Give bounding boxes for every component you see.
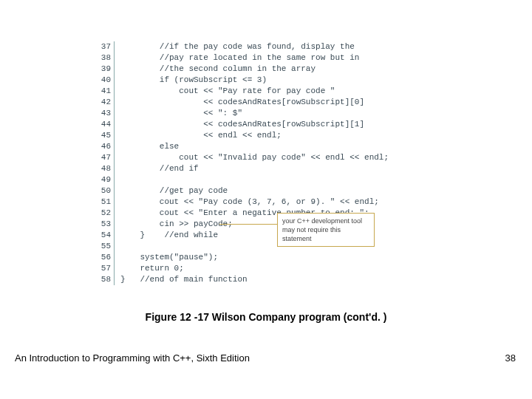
code-line: 48 //end if [95, 163, 389, 174]
line-number: 56 [95, 252, 115, 263]
code-line: 58} //end of main function [95, 274, 389, 285]
code-text: } //end of main function [120, 274, 248, 285]
line-number: 47 [95, 152, 115, 163]
code-text: << ": $" [120, 108, 242, 119]
code-line: 50 //get pay code [95, 185, 389, 197]
code-text: } //end while [120, 230, 218, 241]
line-number: 54 [95, 230, 115, 241]
line-number: 50 [95, 185, 115, 197]
code-line: 38 //pay rate located in the same row bu… [95, 52, 389, 64]
code-text: if (rowSubscript <= 3) [120, 75, 267, 86]
code-line: 51 cout << "Pay code (3, 7, 6, or 9). " … [95, 197, 389, 208]
code-text: cout << "Pay code (3, 7, 6, or 9). " << … [120, 197, 379, 208]
callout-connector [219, 224, 277, 225]
line-number: 55 [95, 241, 115, 252]
code-text: << endl << endl; [120, 130, 282, 141]
line-number: 52 [95, 208, 115, 219]
code-line: 40 if (rowSubscript <= 3) [95, 75, 389, 86]
code-text: return 0; [120, 263, 184, 274]
code-text: //the second column in the array [120, 64, 316, 75]
code-line: 56 system("pause"); [95, 252, 389, 263]
line-number: 48 [95, 163, 115, 174]
code-text: //pay rate located in the same row but i… [120, 52, 359, 64]
footer-page-number: 38 [505, 352, 516, 364]
code-text: << codesAndRates[rowSubscript][0] [120, 97, 364, 108]
code-line: 49 [95, 174, 389, 185]
code-line: 57 return 0; [95, 263, 389, 274]
line-number: 44 [95, 119, 115, 130]
code-text: system("pause"); [120, 252, 218, 263]
line-number: 38 [95, 52, 115, 64]
code-line: 46 else [95, 141, 389, 152]
code-line: 44 << codesAndRates[rowSubscript][1] [95, 119, 389, 130]
code-line: 42 << codesAndRates[rowSubscript][0] [95, 97, 389, 108]
code-text: //if the pay code was found, display the [120, 41, 355, 52]
footer-book-title: An Introduction to Programming with C++,… [15, 352, 250, 364]
figure-caption: Figure 12 -17 Wilson Company program (co… [0, 311, 532, 323]
code-text: cout << "Pay rate for pay code " [120, 86, 335, 97]
line-number: 37 [95, 41, 115, 52]
line-number: 41 [95, 86, 115, 97]
code-text: << codesAndRates[rowSubscript][1] [120, 119, 364, 130]
code-text: //end if [120, 163, 199, 174]
line-number: 43 [95, 108, 115, 119]
code-line: 47 cout << "Invalid pay code" << endl <<… [95, 152, 389, 163]
code-line: 37 //if the pay code was found, display … [95, 41, 389, 52]
line-number: 49 [95, 174, 115, 185]
code-line: 41 cout << "Pay rate for pay code " [95, 86, 389, 97]
line-number: 53 [95, 219, 115, 230]
code-text: //get pay code [120, 185, 228, 197]
line-number: 58 [95, 274, 115, 285]
code-listing: 37 //if the pay code was found, display … [95, 41, 389, 285]
line-number: 42 [95, 97, 115, 108]
code-line: 39 //the second column in the array [95, 64, 389, 75]
code-text: cin >> payCode; [120, 219, 233, 230]
code-line: 43 << ": $" [95, 108, 389, 119]
line-number: 39 [95, 64, 115, 75]
callout-text: your C++ development tool may not requir… [282, 217, 362, 242]
code-line: 45 << endl << endl; [95, 130, 389, 141]
line-number: 45 [95, 130, 115, 141]
code-text: else [120, 141, 179, 152]
line-number: 46 [95, 141, 115, 152]
line-number: 57 [95, 263, 115, 274]
line-number: 40 [95, 75, 115, 86]
code-text: cout << "Invalid pay code" << endl << en… [120, 152, 389, 163]
callout-box: your C++ development tool may not requir… [277, 213, 375, 247]
line-number: 51 [95, 197, 115, 208]
